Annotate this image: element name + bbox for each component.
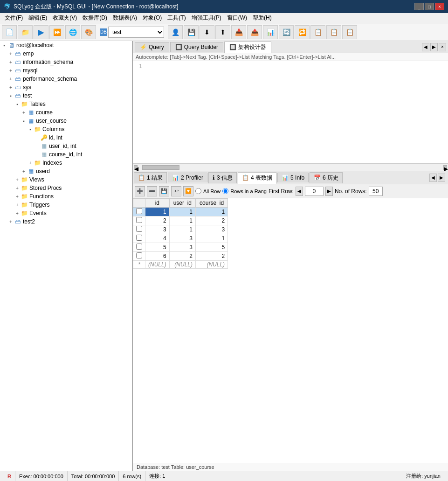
- toolbar-more1[interactable]: 📋: [310, 25, 325, 39]
- checkbox-1[interactable]: [136, 208, 142, 214]
- tree-item-performance-schema[interactable]: + 🗃 performance_schema: [0, 75, 132, 83]
- table-btn-add[interactable]: ➕: [135, 186, 145, 196]
- result-tab-results[interactable]: 📋 1 结果: [134, 172, 167, 183]
- tree-toggle-test2[interactable]: +: [7, 219, 14, 224]
- scrollbar-thumb[interactable]: [142, 165, 179, 170]
- tree-item-emp[interactable]: + 🗃 emp: [0, 49, 132, 58]
- table-row[interactable]: 6 2 2: [133, 252, 228, 261]
- toolbar-refresh[interactable]: 🔄: [279, 25, 294, 39]
- toolbar-more2[interactable]: 📋: [326, 25, 341, 39]
- table-btn-delete[interactable]: ➖: [147, 186, 157, 196]
- tree-toggle-info-schema[interactable]: +: [7, 60, 14, 65]
- result-tab-nav-right[interactable]: ▶: [438, 174, 445, 182]
- table-row[interactable]: 5 3 5: [133, 243, 228, 252]
- tree-item-col-user-id[interactable]: ▦ user_id, int: [0, 142, 132, 150]
- tree-item-views[interactable]: + 📁 Views: [0, 175, 132, 184]
- cell-user-id[interactable]: 2: [169, 252, 195, 261]
- table-null-row[interactable]: * (NULL) (NULL) (NULL): [133, 261, 228, 269]
- toolbar-download[interactable]: ⬇: [200, 25, 214, 39]
- toolbar-save[interactable]: 💾: [184, 25, 199, 39]
- menu-favorites[interactable]: 收藏夹(V): [50, 13, 80, 23]
- cell-user-id[interactable]: 1: [169, 216, 195, 225]
- scroll-left-btn[interactable]: ◀: [134, 165, 138, 170]
- row-checkbox[interactable]: [133, 252, 145, 261]
- table-row[interactable]: 2 1 2: [133, 216, 228, 225]
- checkbox-6[interactable]: [136, 252, 142, 258]
- menu-advanced[interactable]: 增强工具(P): [189, 13, 224, 23]
- cell-id[interactable]: 1: [145, 208, 170, 216]
- tree-item-test[interactable]: ▪ 🗃 test: [0, 91, 132, 100]
- toolbar-upload[interactable]: ⬆: [215, 25, 230, 39]
- radio-rows-range[interactable]: [222, 188, 228, 194]
- menu-file[interactable]: 文件(F): [2, 13, 26, 23]
- h-scrollbar[interactable]: ◀ ▶: [133, 164, 448, 171]
- tree-toggle-indexes[interactable]: +: [27, 160, 34, 166]
- tree-item-col-course-id[interactable]: ▦ course_id, int: [0, 150, 132, 159]
- toolbar-import[interactable]: 📥: [231, 25, 246, 39]
- nav-next-btn[interactable]: ▶: [325, 187, 333, 196]
- table-btn-filter[interactable]: 🔽: [183, 186, 193, 196]
- cell-id[interactable]: 2: [145, 216, 170, 225]
- table-btn-discard[interactable]: ↩: [171, 186, 181, 196]
- menu-table[interactable]: 数据表(A): [110, 13, 140, 23]
- null-cell-user-id[interactable]: (NULL): [169, 261, 195, 269]
- tree-item-triggers[interactable]: + 📁 Triggers: [0, 201, 132, 209]
- tree-item-user-course[interactable]: ▪ ▦ user_course: [0, 117, 132, 125]
- first-row-input[interactable]: [305, 187, 324, 196]
- menu-help[interactable]: 帮助(H): [250, 13, 275, 23]
- row-checkbox[interactable]: [133, 225, 145, 234]
- tree-toggle-mysql[interactable]: +: [7, 68, 14, 73]
- menu-window[interactable]: 窗口(W): [224, 13, 250, 23]
- tree-item-stored-procs[interactable]: + 📁 Stored Procs: [0, 184, 132, 192]
- cell-user-id[interactable]: 3: [169, 243, 195, 252]
- tree-toggle-userd[interactable]: +: [21, 169, 27, 174]
- tab-close[interactable]: ×: [439, 43, 446, 51]
- col-header-user-id[interactable]: user_id: [169, 199, 195, 208]
- query-editor[interactable]: 1: [133, 61, 448, 164]
- tree-item-root[interactable]: ▪ 🖥 root@localhost: [0, 41, 132, 49]
- tab-query[interactable]: ⚡ Query: [135, 42, 169, 52]
- checkbox-3[interactable]: [136, 226, 142, 232]
- no-of-rows-input[interactable]: [369, 187, 383, 196]
- row-checkbox[interactable]: [133, 234, 145, 243]
- tree-item-indexes[interactable]: + 📁 Indexes: [0, 159, 132, 167]
- null-cell-id[interactable]: (NULL): [145, 261, 170, 269]
- tree-item-col-id[interactable]: 🔑 id, int: [0, 133, 132, 142]
- cell-course-id[interactable]: 1: [196, 234, 228, 243]
- toolbar-new[interactable]: 📄: [2, 25, 17, 39]
- nav-prev-btn[interactable]: ◀: [296, 187, 303, 196]
- tree-item-events[interactable]: + 📁 Events: [0, 209, 132, 217]
- tab-nav-right[interactable]: ▶: [430, 43, 438, 51]
- table-row[interactable]: 1 1 1: [133, 208, 228, 216]
- checkbox-4[interactable]: [136, 235, 142, 241]
- checkbox-5[interactable]: [136, 244, 142, 250]
- tree-toggle-test[interactable]: ▪: [7, 93, 14, 98]
- row-checkbox[interactable]: [133, 216, 145, 225]
- tree-toggle-views[interactable]: +: [14, 177, 21, 182]
- menu-object[interactable]: 对象(O): [140, 13, 165, 23]
- toolbar-sync[interactable]: 🔁: [295, 25, 310, 39]
- result-tab-info2[interactable]: 📊 5 Info: [277, 173, 309, 182]
- tree-item-tables[interactable]: ▪ 📁 Tables: [0, 100, 132, 108]
- tree-toggle-sys[interactable]: +: [7, 85, 14, 90]
- menu-edit[interactable]: 编辑(E): [26, 13, 50, 23]
- tree-item-functions[interactable]: + 📁 Functions: [0, 192, 132, 201]
- close-button[interactable]: ×: [435, 3, 444, 10]
- tab-nav-left[interactable]: ◀: [422, 43, 429, 51]
- toolbar-user[interactable]: 👤: [168, 25, 183, 39]
- tree-item-test2[interactable]: + 🗃 test2: [0, 217, 132, 226]
- tree-toggle-stored-procs[interactable]: +: [14, 186, 21, 191]
- table-btn-save[interactable]: 💾: [159, 186, 169, 196]
- scroll-right-btn[interactable]: ▶: [443, 165, 447, 170]
- col-header-id[interactable]: id: [145, 199, 170, 208]
- maximize-button[interactable]: □: [425, 3, 434, 10]
- tab-query-builder[interactable]: 🔲 Query Builder: [170, 42, 223, 52]
- tree-item-sys[interactable]: + 🗃 sys: [0, 83, 132, 91]
- table-row[interactable]: 4 3 1: [133, 234, 228, 243]
- toolbar-color[interactable]: 🎨: [81, 25, 96, 39]
- row-checkbox[interactable]: [133, 208, 145, 216]
- cell-user-id[interactable]: 1: [169, 225, 195, 234]
- cell-user-id[interactable]: 1: [169, 208, 195, 216]
- tree-toggle-columns[interactable]: ▪: [27, 127, 34, 132]
- toolbar-fast-forward[interactable]: ⏩: [49, 25, 64, 39]
